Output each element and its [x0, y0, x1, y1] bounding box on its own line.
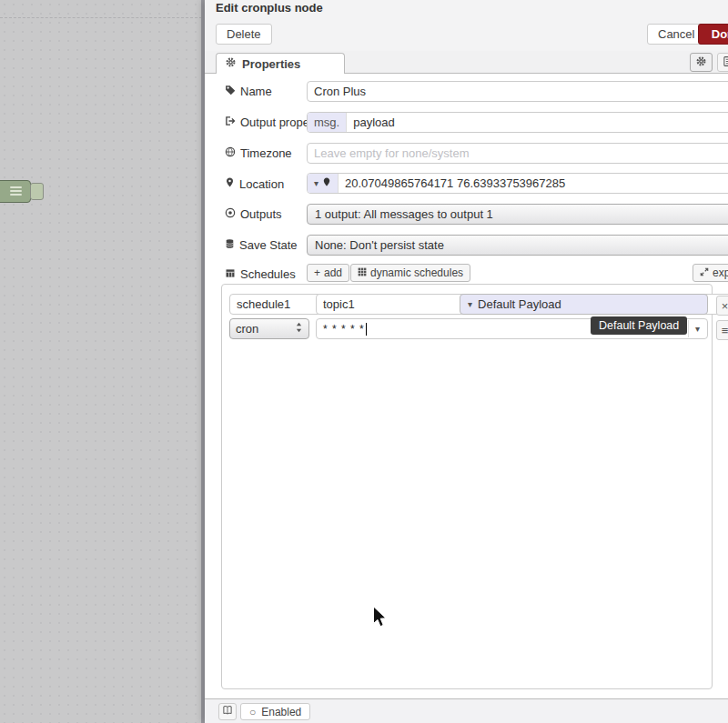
tab-properties-label: Properties — [242, 57, 300, 71]
gear-icon — [225, 56, 237, 71]
done-button[interactable]: Done — [698, 24, 728, 45]
tray-footer: ○ Enabled — [205, 698, 728, 723]
remove-schedule-button[interactable]: × — [716, 296, 728, 316]
output-property-value[interactable]: payload — [347, 113, 401, 132]
tab-properties[interactable]: Properties — [216, 53, 345, 74]
node-settings-button[interactable] — [690, 53, 713, 72]
save-state-label: Save State — [225, 238, 305, 252]
document-icon — [723, 55, 728, 70]
dot-circle-icon — [225, 207, 236, 221]
chevron-down-icon: ▾ — [695, 325, 700, 334]
menu-icon: ≡ — [722, 324, 728, 337]
form-row-name: Name — [205, 81, 728, 102]
dialog-title: Edit cronplus node — [216, 1, 323, 15]
map-marker-icon — [225, 176, 235, 191]
grid-icon — [358, 266, 367, 279]
node-description-button[interactable] — [717, 53, 728, 72]
form-row-outputs: Outputs 1 output: All messages to output… — [205, 204, 728, 225]
enabled-label: Enabled — [261, 706, 301, 718]
expand-button[interactable]: expand — [693, 264, 728, 282]
sign-out-icon — [225, 115, 236, 129]
node-help-button[interactable] — [218, 703, 237, 720]
location-label: Location — [225, 176, 305, 191]
drag-handle-button[interactable]: ≡ — [716, 320, 728, 340]
location-type-button[interactable]: ▾ — [308, 174, 339, 193]
name-input[interactable] — [307, 81, 728, 102]
text-cursor — [366, 323, 367, 336]
cronplus-node-output-port[interactable] — [30, 183, 44, 200]
default-payload-tooltip: Default Payload — [591, 316, 687, 335]
timezone-input[interactable] — [307, 143, 728, 164]
form-row-schedules: Schedules + add dynamic — [205, 264, 728, 285]
form-row-output-property: Output property msg. payload — [205, 112, 728, 133]
close-icon: × — [722, 299, 728, 313]
tab-strip: Properties — [205, 51, 728, 74]
schedule-panel: ▾ Default Payload cron * * * * * ▾ — [221, 284, 713, 689]
outputs-select[interactable]: 1 output: All messages to output 1 — [307, 204, 728, 225]
save-state-select[interactable]: None: Don't persist state — [307, 235, 728, 256]
stepper-arrows-icon — [295, 321, 303, 336]
expand-arrows-icon — [700, 266, 709, 279]
output-property-typed-input: msg. payload — [307, 112, 728, 133]
table-icon — [225, 267, 236, 281]
form-row-save-state: Save State None: Don't persist state — [205, 235, 728, 256]
circle-icon: ○ — [249, 706, 256, 718]
map-pin-icon — [322, 176, 331, 190]
tag-icon — [225, 85, 236, 98]
cancel-button[interactable]: Cancel — [647, 24, 705, 45]
name-label: Name — [225, 85, 305, 98]
schedules-label: Schedules — [225, 267, 305, 281]
edit-node-tray: Edit cronplus node Delete Cancel Done Pr… — [205, 0, 728, 723]
location-value[interactable]: 20.07049865764171 76.63933753967285 — [339, 174, 571, 193]
globe-icon — [225, 146, 236, 160]
gear-icon — [695, 55, 707, 70]
delete-button[interactable]: Delete — [216, 24, 272, 45]
database-icon — [225, 238, 235, 252]
output-property-label: Output property — [225, 115, 305, 129]
form-row-timezone: Timezone — [205, 143, 728, 164]
location-typed-input: ▾ 20.07049865764171 76.63933753967285 — [307, 173, 728, 194]
chevron-down-icon: ▾ — [314, 179, 318, 188]
schedule-type-value: cron — [236, 322, 258, 336]
menu-lines-icon — [10, 186, 22, 197]
add-schedule-button[interactable]: + add — [307, 264, 349, 282]
form-row-location: Location ▾ 20.07049865764171 76.63933753… — [205, 173, 728, 194]
selection-dashed-line — [0, 17, 202, 18]
schedule-type-select[interactable]: cron — [229, 318, 309, 339]
plus-icon: + — [314, 266, 320, 279]
timezone-label: Timezone — [225, 146, 305, 160]
tray-header: Edit cronplus node Delete Cancel Done — [205, 0, 728, 51]
expression-dropdown-button[interactable]: ▾ — [688, 320, 706, 337]
msg-type-button[interactable]: msg. — [308, 113, 347, 132]
chevron-down-icon: ▾ — [468, 300, 472, 309]
dynamic-schedules-button[interactable]: dynamic schedules — [350, 264, 470, 282]
outputs-label: Outputs — [225, 207, 305, 221]
cronplus-node[interactable] — [0, 180, 31, 203]
cron-expression-value: * * * * * — [323, 323, 365, 336]
payload-type-value: Default Payload — [478, 297, 561, 311]
flow-canvas[interactable] — [0, 0, 202, 723]
book-icon — [222, 705, 233, 718]
node-enabled-toggle[interactable]: ○ Enabled — [240, 703, 310, 720]
payload-type-select[interactable]: ▾ Default Payload — [460, 294, 708, 315]
